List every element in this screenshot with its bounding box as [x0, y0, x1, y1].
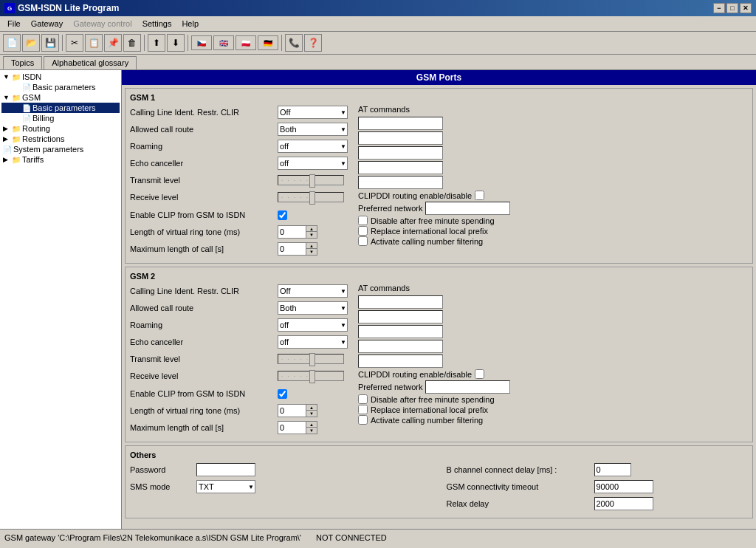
- tree-item-tariffs[interactable]: ▶ 📁 Tariffs: [1, 154, 120, 165]
- download-button[interactable]: ⬇: [167, 34, 185, 52]
- others-password-input[interactable]: [196, 463, 255, 476]
- phone-button[interactable]: 📞: [285, 34, 303, 52]
- gsm1-at-input3[interactable]: [358, 146, 443, 160]
- menu-file[interactable]: File: [3, 18, 25, 30]
- others-sms-select[interactable]: TXTPDU: [196, 480, 255, 493]
- tree-item-isdn-basic[interactable]: 📄 Basic parameters: [1, 82, 120, 92]
- tree-label-isdn: ISDN: [22, 72, 41, 81]
- menu-help[interactable]: Help: [177, 18, 203, 30]
- menu-gateway-control[interactable]: Gateway control: [69, 18, 136, 30]
- others-left-col: Password SMS mode TXTPDU: [130, 462, 432, 513]
- gsm1-maxcall-input[interactable]: [278, 243, 306, 255]
- gsm2-clipddi-checkbox[interactable]: [475, 369, 484, 379]
- gsm2-transmit-slider[interactable]: · · · · ·: [278, 354, 344, 364]
- gsm2-ring-up[interactable]: ▲: [306, 405, 317, 411]
- gsm1-at-input4[interactable]: [358, 161, 443, 174]
- others-relax-input[interactable]: [594, 497, 653, 510]
- gsm2-at-input1[interactable]: [358, 295, 443, 309]
- title-bar: G GSM-ISDN Lite Program − □ ✕: [0, 0, 756, 16]
- gsm1-ring-down[interactable]: ▼: [306, 232, 317, 238]
- menu-settings[interactable]: Settings: [138, 18, 176, 30]
- gsm1-clipddi-checkbox[interactable]: [475, 191, 484, 200]
- gsm1-replace-checkbox[interactable]: [358, 226, 368, 236]
- tab-topics[interactable]: Topics: [3, 56, 42, 69]
- content-area: ▼ 📁 ISDN 📄 Basic parameters ▼ 📁 GSM 📄 Ba…: [0, 70, 756, 529]
- upload-button[interactable]: ⬆: [148, 34, 165, 52]
- gsm2-receive-slider[interactable]: · · · · ·: [278, 371, 344, 381]
- tree-item-isdn[interactable]: ▼ 📁 ISDN: [1, 72, 120, 82]
- gsm2-route-select[interactable]: BothOutgoingIncoming: [278, 301, 348, 315]
- gsm2-at-input3[interactable]: [358, 325, 443, 338]
- tree-item-gsm[interactable]: ▼ 📁 GSM: [1, 92, 120, 103]
- gsm2-replace-checkbox[interactable]: [358, 405, 368, 414]
- folder-isdn-icon: 📁: [12, 73, 21, 81]
- flag-pl[interactable]: 🇵🇱: [236, 35, 256, 50]
- save-button[interactable]: 💾: [41, 34, 59, 52]
- gsm2-transmit-dots: · · · · ·: [278, 356, 312, 363]
- open-button[interactable]: 📂: [22, 34, 40, 52]
- flag-gb[interactable]: 🇬🇧: [213, 35, 234, 50]
- gsm2-maxcall-up[interactable]: ▲: [306, 422, 317, 428]
- flag-de[interactable]: 🇩🇪: [258, 35, 278, 50]
- menu-gateway[interactable]: Gateway: [27, 18, 67, 30]
- gsm2-clip-checkbox[interactable]: [278, 389, 287, 399]
- gsm1-echo-label: Echo canceller: [130, 159, 278, 168]
- gsm1-route-select[interactable]: BothOutgoingIncoming: [278, 123, 348, 136]
- gsm1-maxcall-down[interactable]: ▼: [306, 249, 317, 255]
- maximize-button[interactable]: □: [726, 3, 738, 13]
- gsm2-receive-handle: [309, 370, 315, 383]
- gsm2-disable-checkbox[interactable]: [358, 394, 368, 404]
- gsm2-echo-label: Echo canceller: [130, 338, 278, 346]
- gsm1-ring-input[interactable]: [278, 226, 306, 238]
- gsm2-ring-down[interactable]: ▼: [306, 411, 317, 417]
- others-gsmtimeout-input[interactable]: [594, 480, 653, 493]
- gsm2-clir-select[interactable]: OffOnAuto: [278, 284, 348, 298]
- gsm1-clir-select[interactable]: OffOnAuto: [278, 106, 348, 119]
- gsm1-maxcall-up[interactable]: ▲: [306, 243, 317, 249]
- gsm1-filter-checkbox[interactable]: [358, 236, 368, 246]
- close-button[interactable]: ✕: [740, 3, 752, 13]
- flag-cz[interactable]: 🇨🇿: [191, 35, 212, 50]
- gsm1-at-input2[interactable]: [358, 131, 443, 145]
- gsm2-at-input2[interactable]: [358, 310, 443, 323]
- gsm1-at-input5[interactable]: [358, 176, 443, 189]
- gsm2-left: Calling Line Ident. Restr. CLIR OffOnAut…: [130, 284, 348, 437]
- gsm2-filter-checkbox[interactable]: [358, 415, 368, 425]
- toolbar-sep2: [144, 35, 145, 51]
- gsm1-receive-slider[interactable]: · · · · ·: [278, 192, 344, 202]
- tree-item-gsm-basic[interactable]: 📄 Basic parameters: [1, 103, 120, 113]
- copy-button[interactable]: 📋: [85, 34, 103, 52]
- others-relax-label: Relax delay: [447, 499, 594, 508]
- tree-item-restrictions[interactable]: ▶ 📁 Restrictions: [1, 134, 120, 144]
- minimize-button[interactable]: −: [713, 3, 725, 13]
- gsm2-maxcall-input[interactable]: [278, 422, 306, 434]
- gsm2-prefnet-input[interactable]: [425, 380, 510, 394]
- gsm2-at-input5[interactable]: [358, 355, 443, 368]
- gsm2-echo-select[interactable]: offon: [278, 335, 348, 349]
- tree-item-routing[interactable]: ▶ 📁 Routing: [1, 123, 120, 134]
- tab-glossary[interactable]: Alphabetical glossary: [44, 56, 137, 69]
- delete-button[interactable]: 🗑: [123, 34, 141, 52]
- paste-button[interactable]: 📌: [104, 34, 122, 52]
- others-bchannel-input[interactable]: [594, 463, 631, 476]
- gsm1-disable-checkbox[interactable]: [358, 216, 368, 225]
- gsm2-echo-row: Echo canceller offon: [130, 335, 348, 349]
- gsm1-echo-select[interactable]: offon: [278, 157, 348, 170]
- toolbar: 📄 📂 💾 ✂ 📋 📌 🗑 ⬆ ⬇ 🇨🇿 🇬🇧 🇵🇱 🇩🇪 📞 ❓: [0, 32, 756, 55]
- gsm1-ring-up[interactable]: ▲: [306, 226, 317, 232]
- gsm1-clip-checkbox[interactable]: [278, 210, 287, 220]
- gsm1-roaming-select[interactable]: offon: [278, 140, 348, 153]
- gsm2-at-input4[interactable]: [358, 340, 443, 353]
- gsm1-transmit-slider[interactable]: · · · · ·: [278, 175, 344, 185]
- tree-item-sysparams[interactable]: 📄 System parameters: [1, 144, 120, 154]
- gsm1-at-input1[interactable]: [358, 117, 443, 130]
- gsm1-prefnet-input[interactable]: [425, 202, 510, 215]
- gsm2-roaming-select[interactable]: offon: [278, 318, 348, 332]
- gsm2-maxcall-down[interactable]: ▼: [306, 428, 317, 434]
- help-button[interactable]: ❓: [304, 34, 322, 52]
- gsm1-replace-label: Replace international local prefix: [371, 227, 488, 236]
- new-button[interactable]: 📄: [3, 34, 21, 52]
- tree-item-gsm-billing[interactable]: 📄 Billing: [1, 113, 120, 123]
- cut-button[interactable]: ✂: [66, 34, 83, 52]
- gsm2-ring-input[interactable]: [278, 405, 306, 417]
